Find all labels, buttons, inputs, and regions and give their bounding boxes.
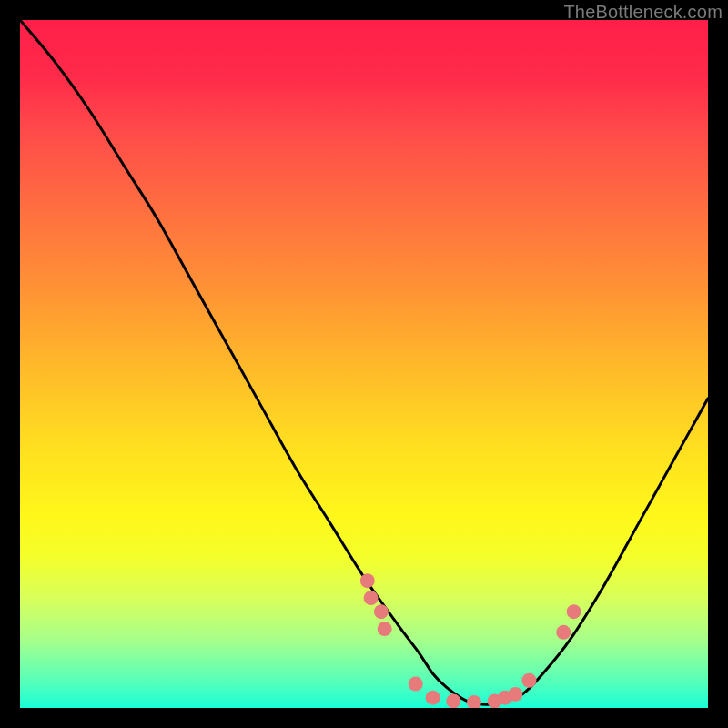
marker-point [567, 604, 581, 619]
marker-point [508, 687, 522, 702]
chart-svg [20, 20, 708, 708]
marker-point [374, 604, 389, 619]
marker-point [378, 622, 392, 636]
marker-point [556, 625, 571, 640]
marker-point [446, 693, 460, 708]
marker-point [364, 591, 379, 605]
marker-point [360, 573, 375, 588]
bottleneck-curve [20, 20, 708, 704]
marker-point [409, 677, 423, 692]
marker-point [426, 691, 440, 705]
marker-point [521, 673, 536, 688]
marker-point [467, 695, 481, 708]
chart-frame: TheBottleneck.com [0, 0, 728, 728]
chart-plot-area [20, 20, 708, 708]
marker-group [360, 573, 581, 708]
watermark-text: TheBottleneck.com [563, 2, 723, 23]
